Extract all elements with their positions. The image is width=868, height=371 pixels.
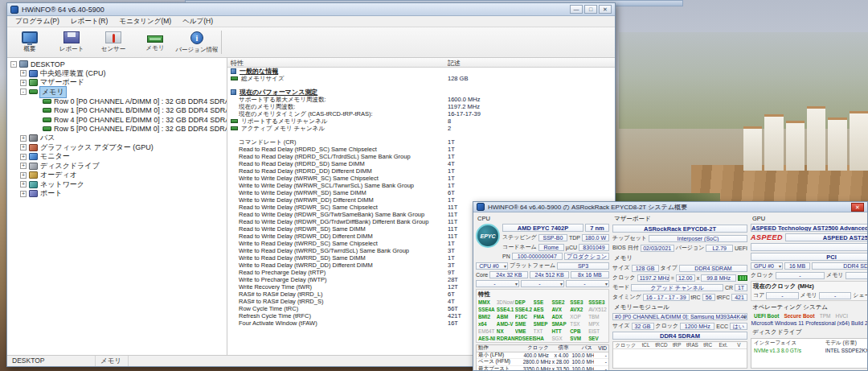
os-flag: HVCI bbox=[835, 313, 848, 319]
detail-row[interactable]: Write to Write Delay (tWRWR_SCL/TwrwrScL… bbox=[227, 182, 615, 189]
port-icon bbox=[29, 190, 38, 197]
menu-item[interactable]: モニタリング(M) bbox=[114, 16, 176, 27]
menu-item[interactable]: プログラム(P) bbox=[10, 16, 64, 27]
memory-chip-icon bbox=[231, 76, 238, 80]
cpu-select-dropdown[interactable]: CPU #0 bbox=[476, 262, 508, 270]
summary-titlebar[interactable]: HWiNFO® 64 v6.40-5900 の ASRockRack EPYCD… bbox=[473, 202, 867, 212]
detail-value: 1600.0 MHz bbox=[448, 96, 480, 103]
tree-subitem[interactable]: Row 4 [P0 CHANNEL E/DIMM 0] : 32 GB DDR4… bbox=[7, 115, 227, 125]
cpu-features-grid: MMX3DNow!DEPSSESSE2SSE3SSSE3SSE4ASSE4.1S… bbox=[478, 299, 607, 341]
detail-row[interactable]: Write to Write Delay (tWRWR_SC) Same Chi… bbox=[227, 175, 615, 182]
tree-expander[interactable]: + bbox=[20, 163, 27, 169]
tree-subitem[interactable]: Row 1 [P0 CHANNEL B/DIMM 0] : 32 GB DDR4… bbox=[7, 106, 227, 116]
menu-item[interactable]: ヘルプ(H) bbox=[178, 16, 218, 27]
detail-label: Four Activate Window (tFAW) bbox=[239, 319, 317, 327]
cpu-feature-flag: AMD-V bbox=[497, 321, 515, 327]
detail-label: Read to Write Delay (tRDWR_DG/TrdwrDiffB… bbox=[239, 218, 428, 225]
mb-bios-version: L2.79 bbox=[706, 245, 733, 252]
gpu-select-dropdown[interactable]: GPU #0 bbox=[751, 262, 783, 270]
maximize-button[interactable]: □ bbox=[584, 5, 597, 14]
tree-expander[interactable]: + bbox=[20, 144, 27, 150]
cpu-feature-flag: VME bbox=[515, 328, 534, 334]
tree-expander[interactable]: - bbox=[20, 89, 27, 95]
memory-stick-icon bbox=[147, 35, 163, 43]
tree-subitem-label: Row 0 [P0 CHANNEL A/DIMM 0] : 32 GB DDR4… bbox=[54, 97, 227, 105]
gpu-clock-field-value: - bbox=[766, 292, 798, 299]
main-titlebar[interactable]: HWiNFO® 64 v6.40-5900 — □ ✕ bbox=[7, 3, 615, 16]
menu-item[interactable]: レポート(R) bbox=[66, 16, 113, 27]
detail-row[interactable]: Read to Read Delay (tRDRD_DD) Different … bbox=[227, 167, 615, 175]
disk-table-row[interactable]: NVMe v1.3 8.0 GT/sINTEL SSDPE2KX010T7 (1… bbox=[754, 347, 867, 354]
close-button[interactable]: ✕ bbox=[599, 5, 612, 14]
clock-table-row[interactable]: 最大ブースト3350.0 MHzx 33.50100.0 MHz- bbox=[477, 366, 608, 371]
gpu-clock-label: クロック bbox=[751, 271, 774, 279]
tree-expander[interactable]: - bbox=[10, 61, 17, 68]
cpu-combo-3[interactable]: - bbox=[566, 280, 609, 287]
detail-label: コマンドレート (CR) bbox=[239, 138, 296, 146]
about-button[interactable]: バージョン情報 bbox=[176, 27, 218, 57]
clock-header-cell: バス bbox=[570, 344, 594, 352]
tree-item-label: メモリ bbox=[40, 87, 66, 97]
detail-row[interactable]: アクティブ メモリ チャンネル2 bbox=[227, 125, 615, 132]
minimize-button[interactable]: — bbox=[570, 5, 583, 14]
cpu-combo-2[interactable]: - bbox=[521, 280, 564, 287]
tree-expander[interactable]: + bbox=[20, 80, 27, 86]
summary-app-icon bbox=[477, 203, 485, 211]
sensors-button[interactable]: センサー bbox=[92, 27, 134, 57]
tree-expander[interactable]: + bbox=[20, 172, 27, 179]
memory-chip-icon bbox=[231, 119, 238, 123]
report-button[interactable]: レポート bbox=[51, 27, 92, 57]
detail-row[interactable]: Read to Read Delay (tRDRD_SD) Same DIMM4… bbox=[227, 160, 615, 167]
cpu-combo-1[interactable]: - bbox=[476, 280, 519, 287]
tree-item[interactable]: -メモリ bbox=[7, 88, 227, 97]
tree-expander[interactable]: + bbox=[20, 70, 27, 76]
gpu-empty-banner bbox=[751, 243, 867, 251]
tree-expander[interactable]: + bbox=[20, 154, 27, 160]
detail-row[interactable]: コマンドレート (CR)1T bbox=[227, 138, 615, 146]
mem-type-label: タイプ bbox=[661, 264, 678, 272]
memory-module-icon bbox=[43, 99, 51, 104]
mb-memory-section-label: メモリ bbox=[614, 254, 747, 262]
cpu-microcode-label: µCU bbox=[566, 245, 577, 250]
cpu-feature-flag: MPX bbox=[588, 321, 607, 327]
tree-subitem[interactable]: Row 0 [P0 CHANNEL A/DIMM 0] : 32 GB DDR4… bbox=[7, 97, 227, 106]
detail-value: 28T bbox=[448, 276, 458, 283]
cpu-part-number: 100-000000047 bbox=[512, 253, 563, 260]
detail-label: Write to Read Delay (tWRRD_SG/TwrrdScL) … bbox=[239, 247, 409, 254]
menubar: プログラム(P)レポート(R)モニタリング(M)ヘルプ(H) bbox=[7, 16, 615, 27]
summary-close-button[interactable]: ✕ bbox=[851, 203, 864, 212]
detail-value: 1T bbox=[448, 146, 455, 153]
tree-expander[interactable]: + bbox=[20, 181, 27, 188]
disk-table: インターフェイスモデル (容量)NVMe v1.3 8.0 GT/sINTEL … bbox=[751, 338, 867, 369]
gpu-panel: GPU ASPEED Technology AST2500 Advanced P… bbox=[751, 214, 867, 369]
mem-trfc: 421 bbox=[731, 294, 747, 301]
memory-button[interactable]: メモリ bbox=[134, 27, 176, 57]
cpu-platform: SP3 bbox=[557, 262, 609, 270]
module-table-header-cell: クロック bbox=[613, 342, 638, 348]
cpu-section-label: CPU bbox=[477, 215, 609, 222]
disk-section-label: ディスクドライブ bbox=[752, 328, 867, 336]
cpu-platform-label: プラットフォーム bbox=[510, 262, 555, 270]
tree-item[interactable]: +ポート bbox=[7, 189, 227, 199]
clock-cell: 100.0 MHz bbox=[570, 366, 594, 370]
gpu-vram-type: DDR4 SDRAM bbox=[812, 262, 867, 270]
detail-row[interactable]: 一般的な情報 bbox=[227, 68, 615, 75]
gpu-mem-label: メモリ bbox=[826, 271, 844, 279]
module-size: 32 GB bbox=[632, 323, 654, 330]
tree-subitem-label: Row 5 [P0 CHANNEL F/DIMM 0] : 32 GB DDR4… bbox=[54, 125, 227, 133]
detail-row[interactable]: Write to Write Delay (tWRWR_SD) Same DIM… bbox=[227, 189, 615, 196]
tree-expander[interactable]: + bbox=[20, 135, 27, 142]
summary-button[interactable]: 概要 bbox=[9, 27, 51, 57]
details-header-value[interactable]: 記述 bbox=[448, 59, 461, 68]
detail-value: 1T bbox=[448, 175, 455, 182]
cpu-feature-flag: EIST bbox=[588, 328, 607, 334]
memory-module-dropdown[interactable]: #0 [P0 CHANNEL A/DIMM 0]: Samsung M393A4… bbox=[612, 313, 747, 320]
summary-window-title: HWiNFO® 64 v6.40-5900 の ASRockRack EPYCD… bbox=[488, 203, 687, 212]
clock-cell: 最大ブースト bbox=[477, 365, 522, 370]
detail-row[interactable]: Read to Read Delay (tRDRD_SCL/TrdrdScL) … bbox=[227, 153, 615, 160]
detail-row[interactable]: 総メモリサイズ128 GB bbox=[227, 75, 615, 82]
tree-expander[interactable]: + bbox=[20, 191, 27, 197]
detail-value: 11T bbox=[448, 218, 457, 225]
detail-row[interactable]: Read to Read Delay (tRDRD_SC) Same Chips… bbox=[227, 146, 615, 153]
detail-value: 4T bbox=[448, 298, 455, 305]
